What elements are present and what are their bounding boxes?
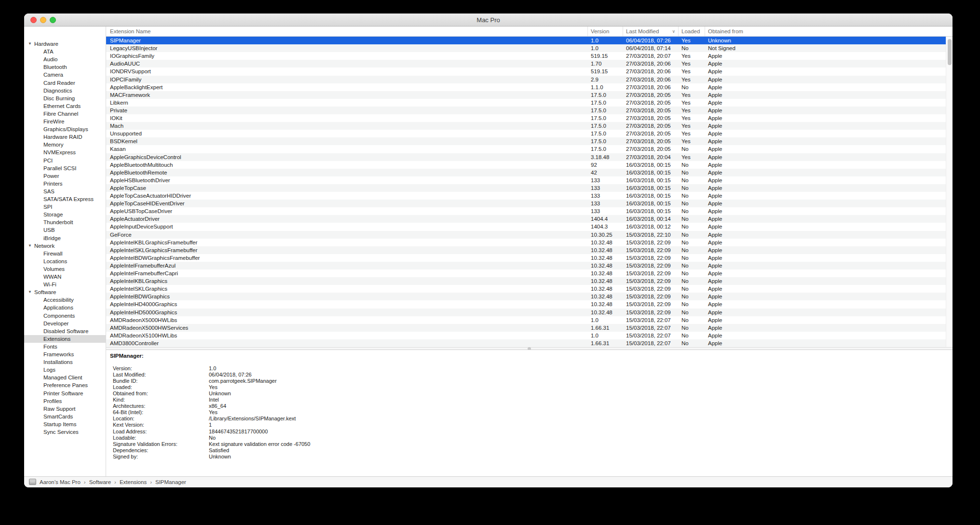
table-row[interactable]: AppleActuatorDriver1404.416/03/2018, 00:… (106, 215, 946, 223)
sidebar-item-extensions[interactable]: Extensions (24, 335, 106, 343)
sidebar-item-developer[interactable]: Developer (24, 320, 106, 327)
sidebar-item-volumes[interactable]: Volumes (24, 265, 106, 273)
sidebar-item-frameworks[interactable]: Frameworks (24, 350, 106, 358)
sidebar-item-memory[interactable]: Memory (24, 141, 106, 148)
table-row[interactable]: IONDRVSupport519.1527/03/2018, 20:06YesA… (106, 67, 946, 75)
table-row[interactable]: IOPCIFamily2.927/03/2018, 20:06YesApple (106, 76, 946, 83)
table-row[interactable]: GeForce10.30.2515/03/2018, 22:10NoApple (106, 231, 946, 239)
sidebar-item-fibre-channel[interactable]: Fibre Channel (24, 110, 106, 118)
table-row[interactable]: AMDRadeonX5000HWLibs1.015/03/2018, 22:07… (106, 316, 946, 324)
sidebar-item-audio[interactable]: Audio (24, 55, 106, 63)
sidebar-item-installations[interactable]: Installations (24, 358, 106, 366)
table-row[interactable]: Libkern17.5.027/03/2018, 20:05YesApple (106, 99, 946, 107)
sidebar-item-thunderbolt[interactable]: Thunderbolt (24, 218, 106, 226)
table-row[interactable]: AppleIntelKBLGraphics10.32.4815/03/2018,… (106, 277, 946, 285)
table-row[interactable]: AppleTopCaseActuatorHIDDriver13316/03/20… (106, 192, 946, 200)
sidebar-item-components[interactable]: Components (24, 312, 106, 320)
sidebar-item-managed-client[interactable]: Managed Client (24, 374, 106, 381)
table-row[interactable]: LegacyUSBInjector1.006/04/2018, 07:14NoN… (106, 44, 946, 52)
sidebar-item-raw-support[interactable]: Raw Support (24, 405, 106, 413)
vertical-scrollbar[interactable] (946, 37, 953, 347)
sidebar-group-hardware[interactable]: ▼Hardware (24, 40, 106, 48)
table-row[interactable]: Mach17.5.027/03/2018, 20:05YesApple (106, 122, 946, 130)
sidebar-item-card-reader[interactable]: Card Reader (24, 79, 106, 87)
table-row[interactable]: IOGraphicsFamily519.1527/03/2018, 20:07Y… (106, 52, 946, 60)
table-row[interactable]: AppleIntelBDWGraphicsFramebuffer10.32.48… (106, 254, 946, 262)
table-row[interactable]: AppleIntelFramebufferCapri10.32.4815/03/… (106, 269, 946, 277)
table-row[interactable]: AMDRadeonX5000HWServices1.66.3115/03/201… (106, 324, 946, 332)
column-header-loaded[interactable]: Loaded (679, 27, 705, 36)
sidebar-item-bluetooth[interactable]: Bluetooth (24, 63, 106, 71)
table-row[interactable]: AppleBluetoothRemote4216/03/2018, 00:15N… (106, 169, 946, 176)
sidebar-item-sata-sata-express[interactable]: SATA/SATA Express (24, 195, 106, 203)
sidebar-item-applications[interactable]: Applications (24, 304, 106, 311)
sidebar-item-pci[interactable]: PCI (24, 157, 106, 164)
sidebar-item-ibridge[interactable]: iBridge (24, 234, 106, 242)
sidebar-item-firewall[interactable]: Firewall (24, 250, 106, 257)
sidebar-item-disabled-software[interactable]: Disabled Software (24, 327, 106, 335)
table-row[interactable]: AppleIntelBDWGraphics10.32.4815/03/2018,… (106, 293, 946, 300)
table-row[interactable]: AppleHSBluetoothDriver13316/03/2018, 00:… (106, 176, 946, 184)
sidebar-group-software[interactable]: ▼Software (24, 288, 106, 296)
sidebar-item-disc-burning[interactable]: Disc Burning (24, 94, 106, 102)
disclosure-triangle-icon[interactable]: ▼ (28, 40, 32, 48)
table-row[interactable]: AppleIntelSKLGraphicsFramebuffer10.32.48… (106, 246, 946, 254)
column-header-version[interactable]: Version (588, 27, 623, 36)
sidebar-item-graphics-displays[interactable]: Graphics/Displays (24, 125, 106, 133)
sidebar-item-fonts[interactable]: Fonts (24, 343, 106, 350)
table-row[interactable]: AppleBacklightExpert1.1.027/03/2018, 20:… (106, 83, 946, 91)
table-row[interactable]: AppleTopCase13316/03/2018, 00:15NoApple (106, 184, 946, 192)
table-row[interactable]: AppleInputDeviceSupport1404.316/03/2018,… (106, 223, 946, 230)
sidebar-item-locations[interactable]: Locations (24, 257, 106, 265)
disclosure-triangle-icon[interactable]: ▼ (28, 288, 32, 296)
table-row[interactable]: AppleIntelSKLGraphics10.32.4815/03/2018,… (106, 285, 946, 293)
sidebar-item-diagnostics[interactable]: Diagnostics (24, 87, 106, 94)
sidebar-item-spi[interactable]: SPI (24, 203, 106, 211)
table-row[interactable]: Private17.5.027/03/2018, 20:05YesApple (106, 107, 946, 114)
table-row[interactable]: IOKit17.5.027/03/2018, 20:05YesApple (106, 114, 946, 122)
sidebar-item-profiles[interactable]: Profiles (24, 397, 106, 405)
sidebar-item-ethernet-cards[interactable]: Ethernet Cards (24, 102, 106, 110)
sidebar-item-firewire[interactable]: FireWire (24, 118, 106, 125)
sidebar-item-accessibility[interactable]: Accessibility (24, 296, 106, 304)
sidebar-item-preference-panes[interactable]: Preference Panes (24, 381, 106, 389)
table-row[interactable]: AppleIntelHD4000Graphics10.32.4815/03/20… (106, 300, 946, 308)
table-row[interactable]: MACFramework17.5.027/03/2018, 20:05YesAp… (106, 91, 946, 99)
sidebar-item-printers[interactable]: Printers (24, 180, 106, 188)
scrollbar-thumb[interactable] (948, 39, 952, 65)
sidebar-item-logs[interactable]: Logs (24, 366, 106, 374)
sidebar-item-wi-fi[interactable]: Wi-Fi (24, 281, 106, 288)
sidebar-item-nvmexpress[interactable]: NVMExpress (24, 148, 106, 156)
sidebar-item-parallel-scsi[interactable]: Parallel SCSI (24, 164, 106, 172)
sidebar-item-power[interactable]: Power (24, 172, 106, 180)
sidebar-item-wwan[interactable]: WWAN (24, 273, 106, 281)
table-row[interactable]: Unsupported17.5.027/03/2018, 20:05YesApp… (106, 130, 946, 137)
sidebar-item-hardware-raid[interactable]: Hardware RAID (24, 133, 106, 141)
table-row[interactable]: AppleBluetoothMultitouch9216/03/2018, 00… (106, 161, 946, 169)
column-header-obtained-from[interactable]: Obtained from (705, 27, 953, 36)
table-row[interactable]: AMDRadeonX5100HWLibs1.015/03/2018, 22:07… (106, 332, 946, 339)
table-row[interactable]: Kasan17.5.027/03/2018, 20:05NoApple (106, 145, 946, 153)
sidebar-item-storage[interactable]: Storage (24, 211, 106, 218)
disclosure-triangle-icon[interactable]: ▼ (28, 242, 32, 250)
table-row[interactable]: AppleGraphicsDeviceControl3.18.4827/03/2… (106, 153, 946, 161)
sidebar-item-sas[interactable]: SAS (24, 188, 106, 195)
table-row[interactable]: SIPManager1.006/04/2018, 07:26YesUnknown (106, 37, 946, 44)
sidebar-item-startup-items[interactable]: Startup Items (24, 420, 106, 428)
sidebar-item-smartcards[interactable]: SmartCards (24, 413, 106, 420)
table-row[interactable]: AppleTopCaseHIDEventDriver13316/03/2018,… (106, 200, 946, 207)
sidebar-item-printer-software[interactable]: Printer Software (24, 390, 106, 397)
column-header-last-modified[interactable]: Last Modified∨ (623, 27, 679, 36)
table-row[interactable]: AppleIntelHD5000Graphics10.32.4815/03/20… (106, 309, 946, 316)
sidebar-item-sync-services[interactable]: Sync Services (24, 428, 106, 436)
table-row[interactable]: AudioAUUC1.7027/03/2018, 20:06YesApple (106, 60, 946, 67)
table-row[interactable]: BSDKernel17.5.027/03/2018, 20:05YesApple (106, 137, 946, 145)
sidebar-item-usb[interactable]: USB (24, 226, 106, 234)
table-row[interactable]: AppleUSBTopCaseDriver13316/03/2018, 00:1… (106, 207, 946, 215)
table-row[interactable]: AppleIntelFramebufferAzul10.32.4815/03/2… (106, 262, 946, 269)
column-header-extension-name[interactable]: Extension Name (106, 27, 588, 36)
table-row[interactable]: AMD3800Controller1.66.3115/03/2018, 22:0… (106, 339, 946, 347)
sidebar-item-ata[interactable]: ATA (24, 48, 106, 55)
table-row[interactable]: AppleIntelKBLGraphicsFramebuffer10.32.48… (106, 239, 946, 246)
sidebar-group-network[interactable]: ▼Network (24, 242, 106, 250)
